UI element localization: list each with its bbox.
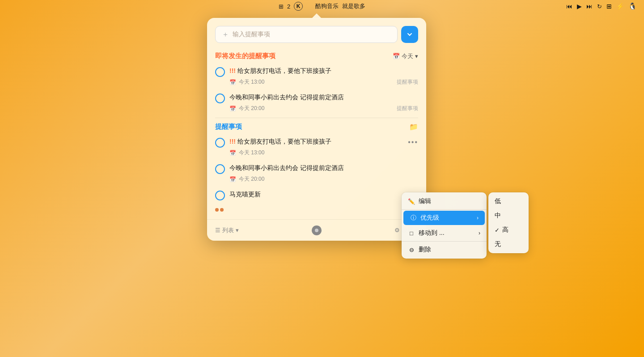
upcoming-section-header: 即将发生的提醒事项 📅 今天 ▾ xyxy=(207,49,426,63)
grid-count: 2 xyxy=(287,3,290,10)
music-slogan: 就是歌多 xyxy=(342,2,365,10)
prev-track-icon[interactable]: ⏮ xyxy=(566,3,572,10)
panel-footer: ☰ 列表 ▾ ⚙ 设置 ▾ xyxy=(207,219,426,241)
reminder-item-1-meta: 📅 今天 13:00 xyxy=(215,149,418,157)
dot-1 xyxy=(215,208,219,212)
menubar-right: ⏮ ▶ ⏭ ↻ ⊞ ⚡ 🐧 xyxy=(566,0,637,13)
priority-none-label: 无 xyxy=(495,240,501,248)
record-icon xyxy=(315,229,318,232)
priority-medium-label: 中 xyxy=(495,212,501,220)
settings-icon: ⚙ xyxy=(394,227,400,234)
upcoming-item-2-tag: 提醒事项 xyxy=(397,105,418,112)
reminder-item-1-text: !!!给女朋友打电话，要他下班接孩子 xyxy=(229,137,418,146)
context-move[interactable]: □ 移动到 ... › xyxy=(402,226,487,240)
reminder-item-2-time: 今天 20:00 xyxy=(239,175,264,183)
context-move-label: 移动到 ... xyxy=(419,229,445,237)
upcoming-item-1-text: !!!给女朋友打电话，要他下班接孩子 xyxy=(229,67,418,76)
context-priority-label: 优先级 xyxy=(420,214,439,222)
upcoming-item-2: 今晚和同事小莉出去约会 记得提前定酒店 📅 今天 20:00 提醒事项 xyxy=(207,89,426,116)
context-edit[interactable]: ✏️ 编辑 xyxy=(402,194,487,208)
reminders-title: 提醒事项 xyxy=(215,123,242,131)
complete-checkbox-r2[interactable] xyxy=(215,164,225,174)
reminder-item-1: !!!给女朋友打电话，要他下班接孩子 📅 今天 13:00 ••• xyxy=(207,134,426,160)
reminder-item-2: 今晚和同事小莉出去约会 记得提前定酒店 📅 今天 20:00 xyxy=(207,160,426,187)
clock-icon-r2: 📅 xyxy=(229,176,236,183)
upcoming-item-2-time: 今天 20:00 xyxy=(239,105,264,112)
context-edit-label: 编辑 xyxy=(419,197,431,205)
upcoming-item-2-text: 今晚和同事小莉出去约会 记得提前定酒店 xyxy=(229,93,418,102)
dot-2 xyxy=(220,208,224,212)
upcoming-item-1-time: 今天 13:00 xyxy=(239,78,264,86)
delete-icon: ⊖ xyxy=(408,246,415,253)
list-icon: ☰ xyxy=(215,227,220,234)
clock-icon-2: 📅 xyxy=(229,106,236,112)
upcoming-item-2-meta: 📅 今天 20:00 提醒事项 xyxy=(215,105,418,112)
priority-icon-1: !!! xyxy=(229,67,236,74)
reminder-item-2-text: 今晚和同事小莉出去约会 记得提前定酒店 xyxy=(229,164,418,173)
chevron-down-icon: ▾ xyxy=(415,53,418,60)
edit-icon: ✏️ xyxy=(408,198,415,205)
footer-list-label: 列表 xyxy=(222,226,234,234)
upcoming-title: 即将发生的提醒事项 xyxy=(215,52,275,60)
calendar-icon: 📅 xyxy=(393,53,400,60)
complete-checkbox-2[interactable] xyxy=(215,94,225,103)
priority-high[interactable]: ✓ 高 xyxy=(488,223,529,237)
partial-left xyxy=(215,208,224,212)
bolt-icon[interactable]: ⚡ xyxy=(616,3,624,10)
input-placeholder-text: 输入提醒事项 xyxy=(233,30,270,38)
priority-high-label: 高 xyxy=(502,226,508,234)
menubar-center: ⊞ 2 K 酷狗音乐 就是歌多 xyxy=(279,2,365,11)
context-delete[interactable]: ⊖ 删除 xyxy=(402,242,487,257)
k-icon: K xyxy=(294,2,303,11)
context-delete-label: 删除 xyxy=(419,246,431,254)
reminder-input-field[interactable]: ＋ 输入提醒事项 xyxy=(215,26,398,43)
app-panel: ＋ 输入提醒事项 即将发生的提醒事项 📅 今天 ▾ !!!给女朋友打电话，要他下… xyxy=(207,18,426,241)
reminder-item-3: 马克喵更新 xyxy=(207,187,426,204)
upcoming-item-1-tag: 提醒事项 xyxy=(397,78,418,86)
reminder-item-3-text: 马克喵更新 xyxy=(229,190,418,199)
upcoming-item-1-meta: 📅 今天 13:00 提醒事项 xyxy=(215,78,418,86)
priority-low[interactable]: 低 xyxy=(488,194,529,208)
sub-context-menu-priority: 低 中 ✓ 高 无 xyxy=(488,192,529,253)
context-divider-1 xyxy=(402,209,487,210)
priority-none[interactable]: 无 xyxy=(488,237,529,251)
reminders-section-header: 提醒事项 📁 xyxy=(207,120,426,134)
plus-icon: ＋ xyxy=(222,30,229,39)
complete-checkbox-r1[interactable] xyxy=(215,138,225,148)
grid-menu-icon[interactable]: ⊞ xyxy=(606,3,612,10)
context-menu: ✏️ 编辑 ⓘ 优先级 › □ 移动到 ... › ⊖ 删除 xyxy=(402,192,487,259)
priority-low-label: 低 xyxy=(495,197,501,205)
more-options-button-1[interactable]: ••• xyxy=(408,138,418,146)
priority-medium[interactable]: 中 xyxy=(488,208,529,223)
context-priority[interactable]: ⓘ 优先级 › xyxy=(403,211,485,225)
footer-list-button[interactable]: ☰ 列表 ▾ xyxy=(215,226,239,234)
priority-submenu-arrow: › xyxy=(477,215,479,221)
play-icon[interactable]: ▶ xyxy=(577,3,582,10)
complete-checkbox-r3[interactable] xyxy=(215,191,225,200)
input-row: ＋ 输入提醒事项 xyxy=(207,26,426,49)
menubar: ⊞ 2 K 酷狗音乐 就是歌多 ⏮ ▶ ⏭ ↻ ⊞ ⚡ 🐧 xyxy=(0,0,644,13)
clock-icon-1: 📅 xyxy=(229,79,236,85)
section-divider xyxy=(215,118,418,118)
footer-list-chevron: ▾ xyxy=(236,227,239,234)
music-app-name: 酷狗音乐 xyxy=(315,2,339,10)
complete-checkbox-1[interactable] xyxy=(215,67,225,77)
footer-center-button[interactable] xyxy=(312,225,322,235)
context-divider-2 xyxy=(402,241,487,242)
loop-icon[interactable]: ↻ xyxy=(597,3,602,10)
today-label: 今天 xyxy=(402,52,413,60)
next-track-icon[interactable]: ⏭ xyxy=(586,3,593,10)
section-partial: — xyxy=(207,204,426,216)
today-badge[interactable]: 📅 今天 ▾ xyxy=(393,52,418,60)
dot-group xyxy=(215,208,224,212)
folder-icon[interactable]: 📁 xyxy=(409,123,418,131)
folder-move-icon: □ xyxy=(408,230,415,237)
clock-icon-r1: 📅 xyxy=(229,150,236,156)
priority-icon: ⓘ xyxy=(410,214,417,222)
reminder-item-2-meta: 📅 今天 20:00 xyxy=(215,175,418,183)
grid-icon[interactable]: ⊞ xyxy=(279,3,284,10)
qq-icon[interactable]: 🐧 xyxy=(628,2,637,10)
priority-high-check: ✓ xyxy=(495,227,500,234)
reminder-item-1-time: 今天 13:00 xyxy=(239,149,264,157)
dropdown-button[interactable] xyxy=(401,26,418,43)
